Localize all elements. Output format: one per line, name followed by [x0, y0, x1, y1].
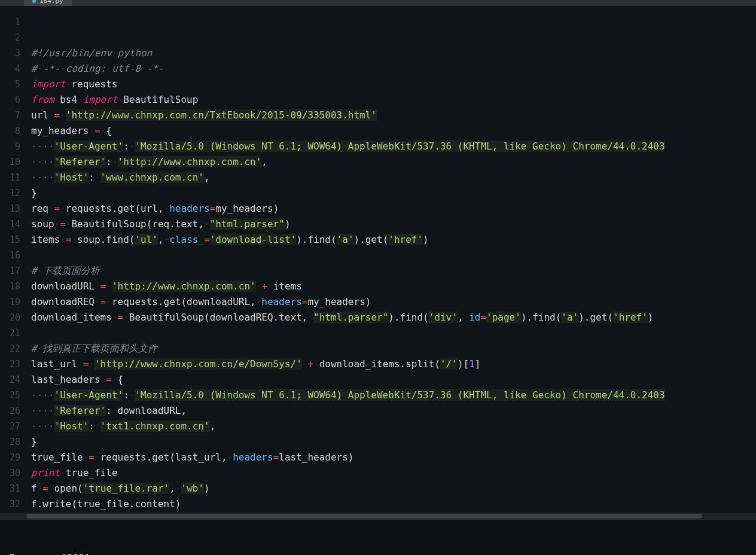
tab-filename: 184.py	[39, 0, 63, 5]
code-line[interactable]: from·bs4·import·BeautifulSoup	[31, 92, 756, 108]
token: #!/usr/bin/env	[31, 47, 112, 59]
code-line[interactable]: import·requests	[31, 77, 756, 92]
code-line[interactable]: #·下载页面分析	[31, 263, 756, 279]
token: 'div'	[429, 312, 458, 323]
code-line[interactable]: my_headers·=·{	[31, 123, 756, 139]
token: "html.parser"	[313, 312, 388, 323]
code-line[interactable]: url·=·'http://www.chnxp.com.cn/TxtEbook/…	[31, 108, 756, 123]
code-line[interactable]: print·true_file	[31, 465, 756, 481]
token: ·	[123, 312, 129, 323]
token: headers	[233, 452, 273, 463]
code-line[interactable]: ····'User-Agent':·'Mozilla/5.0 (Windows …	[31, 139, 756, 154]
line-number: 21	[0, 325, 26, 341]
token: headers	[169, 203, 209, 214]
token: )[	[458, 358, 469, 370]
line-number: 4	[0, 61, 26, 77]
token: ·	[94, 296, 100, 307]
token: ·	[112, 47, 118, 59]
token: headers	[261, 296, 301, 307]
token: ·	[60, 203, 66, 214]
token: ·	[60, 467, 66, 478]
token: ·	[175, 483, 181, 494]
code-area[interactable]: #!/usr/bin/env·python#·-*-·coding:·utf-8…	[26, 7, 756, 513]
token: )	[285, 218, 291, 230]
token: 'Referer'	[54, 405, 106, 416]
code-line[interactable]: }	[31, 185, 756, 201]
token: f.write(true_file.content)	[31, 498, 181, 510]
code-line[interactable]: last_url·=·'http://www.chnxp.com.cn/e/Do…	[31, 356, 756, 372]
token: 'Host'	[54, 420, 89, 432]
code-line[interactable]: #·找到真正下载页面和头文件	[31, 341, 756, 356]
token: ·	[37, 63, 43, 74]
token: ····	[31, 156, 54, 167]
line-number: 14	[0, 216, 26, 232]
code-line[interactable]: f.write(true_file.content)	[31, 496, 756, 512]
token: bs4	[60, 94, 77, 105]
code-line[interactable]: downloadREQ·=·requests.get(downloadURL,·…	[31, 294, 756, 310]
token: downloadREQ	[31, 296, 94, 307]
token: 'href'	[388, 234, 423, 245]
scrollbar-thumb[interactable]	[26, 514, 702, 519]
code-line[interactable]	[31, 248, 756, 263]
token: soup.find(	[77, 234, 135, 245]
token: 'http://www.chnxp.com.cn'	[112, 280, 256, 292]
code-line[interactable]: ····'Referer':·downloadURL,	[31, 403, 756, 419]
token: ·	[302, 358, 308, 370]
line-number: 31	[0, 481, 26, 496]
token: requests.get(downloadURL,	[112, 296, 256, 307]
token: ·	[83, 452, 89, 463]
code-line[interactable]: }	[31, 434, 756, 450]
token: ·	[267, 280, 273, 292]
code-line[interactable]: f·=·open('true_file.rar',·'wb')	[31, 481, 756, 496]
code-line[interactable]	[31, 325, 756, 341]
token: +	[261, 280, 267, 292]
token: from	[31, 94, 54, 105]
line-number: 11	[0, 170, 26, 185]
code-line[interactable]: f.close()	[31, 512, 756, 513]
token: ·	[112, 156, 118, 167]
code-line[interactable]: ····'Host':·'txt1.chnxp.com.cn',	[31, 419, 756, 434]
token: requests	[71, 78, 117, 90]
file-tab[interactable]: 184.py	[24, 0, 72, 6]
token: 'User-Agent'	[54, 141, 124, 152]
line-number: 13	[0, 201, 26, 216]
code-line[interactable]: download_items·=·BeautifulSoup(downloadR…	[31, 310, 756, 325]
token: ·	[54, 218, 60, 230]
line-number: 30	[0, 465, 26, 481]
code-line[interactable]: downloadURL·=·'http://www.chnxp.com.cn'·…	[31, 279, 756, 294]
line-number: 24	[0, 372, 26, 388]
code-line[interactable]: #!/usr/bin/env·python	[31, 45, 756, 61]
code-line[interactable]: items·=·soup.find('ul',·class_='download…	[31, 232, 756, 248]
code-line[interactable]: last_headers·=·{	[31, 372, 756, 388]
token: ·	[100, 125, 106, 136]
code-content[interactable]: #!/usr/bin/env·python#·-*-·coding:·utf-8…	[31, 45, 756, 513]
token: 'Host'	[54, 172, 89, 183]
code-line[interactable]: ····'Referer':·'http://www.chnxp.com.cn'…	[31, 154, 756, 170]
editor[interactable]: 1234567891011121314151617181920212223242…	[0, 7, 756, 513]
token: ·	[112, 405, 118, 416]
token: BeautifulSoup	[123, 94, 198, 105]
token: downloadURL,	[118, 405, 187, 416]
code-line[interactable]: soup·=·BeautifulSoup(req.text,·"html.par…	[31, 216, 756, 232]
code-line[interactable]: #·-*-·coding:·utf-8·-*-	[31, 61, 756, 77]
token: ·	[94, 172, 100, 183]
token: utf-8	[112, 63, 141, 74]
token: ·	[77, 358, 83, 370]
horizontal-scrollbar[interactable]	[0, 513, 756, 519]
code-line[interactable]: true_file·=·requests.get(last_url,·heade…	[31, 450, 756, 465]
line-number: 1	[0, 14, 26, 30]
token: =	[54, 109, 60, 121]
code-line[interactable]: ····'Host':·'www.chnxp.com.cn',	[31, 170, 756, 185]
token: true_file	[66, 467, 118, 478]
token: ····	[31, 405, 54, 416]
token: ·	[94, 280, 100, 292]
token: =	[66, 234, 72, 245]
token: ·	[60, 63, 66, 74]
token: =	[106, 374, 112, 385]
line-number: 25	[0, 388, 26, 403]
code-line[interactable]: ····'User-Agent':·'Mozilla/5.0 (Windows …	[31, 388, 756, 403]
line-number: 6	[0, 92, 26, 108]
token: 'User-Agent'	[54, 389, 124, 401]
code-line[interactable]: req·=·requests.get(url,·headers=my_heade…	[31, 201, 756, 216]
token: ·	[118, 94, 124, 105]
